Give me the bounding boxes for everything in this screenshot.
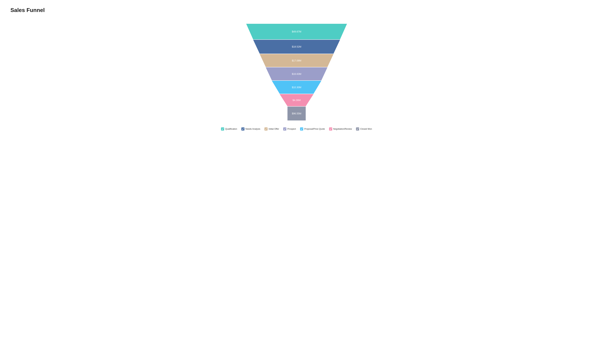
legend-color-qualification [221, 127, 224, 130]
chart-container: $49.67M$18.52M$17.08M$16.63M$10.30M$4.36… [10, 20, 583, 357]
funnel-label-qualification: $49.67M [292, 30, 301, 33]
funnel-label-needs-analysis: $18.52M [292, 45, 301, 48]
legend-color-negotiation-review [329, 127, 332, 130]
legend-color-closed-won [356, 127, 359, 130]
legend-item-needs-analysis: Needs Analysis [241, 127, 260, 130]
legend-label-prospect: Prospect [287, 128, 296, 130]
funnel-label-prospect: $16.63M [292, 72, 301, 75]
funnel-label-negotiation-review: $4.36M [293, 99, 300, 102]
legend-color-proposal-price-quote [300, 127, 303, 130]
legend-color-needs-analysis [241, 127, 245, 130]
legend-label-qualification: Qualification [225, 128, 237, 130]
chart-legend: QualificationNeeds AnalysisInitial Offer… [221, 127, 372, 130]
legend-label-proposal-price-quote: Proposal/Price Quote [304, 128, 325, 130]
legend-label-negotiation-review: Negotiation/Review [333, 128, 352, 130]
page-title: Sales Funnel [10, 7, 583, 13]
funnel-chart: $49.67M$18.52M$17.08M$16.63M$10.30M$4.36… [236, 24, 357, 120]
funnel-label-proposal-price-quote: $10.30M [292, 86, 301, 89]
legend-item-qualification: Qualification [221, 127, 237, 130]
funnel-label-initial-offer: $17.08M [292, 59, 301, 62]
legend-label-needs-analysis: Needs Analysis [246, 128, 260, 130]
legend-item-prospect: Prospect [283, 127, 296, 130]
funnel-label-closed-won: $96.55M [292, 112, 301, 115]
legend-label-closed-won: Closed Won [360, 128, 372, 130]
legend-item-initial-offer: Initial Offer [264, 127, 279, 130]
legend-item-proposal-price-quote: Proposal/Price Quote [300, 127, 325, 130]
legend-label-initial-offer: Initial Offer [269, 128, 279, 130]
legend-color-initial-offer [264, 127, 267, 130]
legend-item-negotiation-review: Negotiation/Review [329, 127, 352, 130]
legend-item-closed-won: Closed Won [356, 127, 372, 130]
legend-color-prospect [283, 127, 286, 130]
